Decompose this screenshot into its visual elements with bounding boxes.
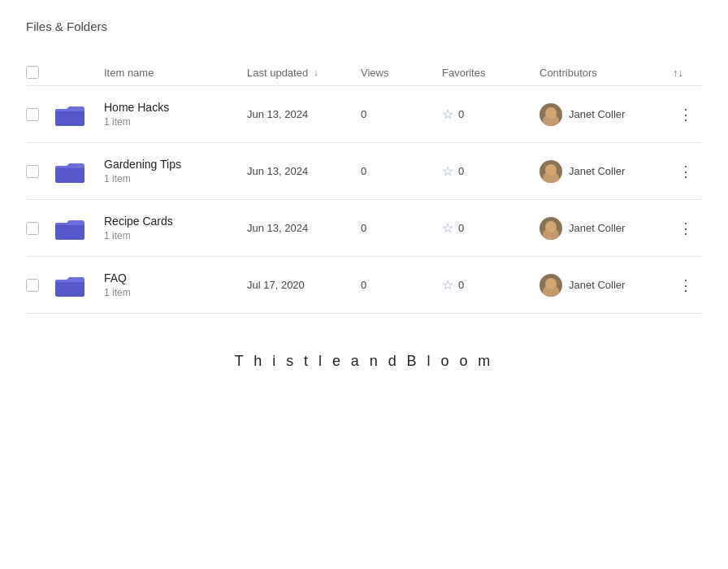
header-favorites: Favorites [442, 67, 540, 79]
avatar [540, 103, 562, 126]
row-more-button[interactable]: ⋮ [670, 163, 702, 180]
svg-rect-1 [55, 109, 84, 126]
row-item-info: FAQ 1 item [104, 271, 247, 298]
row-contributors: Janet Coller [540, 160, 670, 183]
row-item-info: Home Hacks 1 item [104, 101, 247, 128]
row-contributors: Janet Coller [540, 217, 670, 240]
row-contributors: Janet Coller [540, 274, 670, 297]
star-icon[interactable]: ☆ [442, 220, 453, 236]
row-favorites-count: 0 [458, 165, 464, 177]
avatar [540, 217, 562, 240]
star-icon[interactable]: ☆ [442, 277, 453, 293]
row-favorites[interactable]: ☆ 0 [442, 220, 540, 236]
star-icon[interactable]: ☆ [442, 106, 453, 122]
row-item-name: Home Hacks [104, 101, 247, 114]
folder-icon [55, 274, 84, 297]
row-last-updated: Jun 13, 2024 [247, 165, 361, 177]
row-item-name: Gardening Tips [104, 158, 247, 171]
row-views: 0 [361, 108, 442, 120]
header-item-name: Item name [104, 67, 247, 79]
row-item-info: Gardening Tips 1 item [104, 158, 247, 185]
row-folder-icon-cell [55, 274, 104, 297]
row-views: 0 [361, 279, 442, 291]
avatar [540, 274, 562, 297]
row-item-name: FAQ [104, 271, 247, 284]
row-checkbox-cell [26, 108, 55, 121]
sort-down-icon: ↓ [314, 67, 318, 77]
contributor-name: Janet Coller [569, 165, 625, 177]
contributor-name: Janet Coller [569, 222, 625, 234]
folder-icon [55, 103, 84, 126]
header-views: Views [361, 67, 442, 79]
page-container: Files & Folders Item name Last updated ↓… [0, 0, 728, 569]
row-checkbox[interactable] [26, 279, 39, 292]
select-all-checkbox[interactable] [26, 66, 39, 79]
table-row: Recipe Cards 1 item Jun 13, 2024 0 ☆ 0 J… [26, 200, 702, 257]
row-checkbox-cell [26, 222, 55, 235]
files-table: Item name Last updated ↓ Views Favorites… [26, 59, 702, 314]
header-checkbox-cell [26, 66, 55, 79]
row-folder-icon-cell [55, 160, 104, 183]
row-item-sub: 1 item [104, 173, 247, 185]
row-favorites[interactable]: ☆ 0 [442, 163, 540, 179]
folder-icon [55, 217, 84, 240]
row-contributors: Janet Coller [540, 103, 670, 126]
row-favorites[interactable]: ☆ 0 [442, 277, 540, 293]
table-header: Item name Last updated ↓ Views Favorites… [26, 59, 702, 86]
row-item-info: Recipe Cards 1 item [104, 215, 247, 241]
row-item-sub: 1 item [104, 230, 247, 241]
table-row: Gardening Tips 1 item Jun 13, 2024 0 ☆ 0… [26, 143, 702, 200]
row-checkbox-cell [26, 279, 55, 292]
row-more-button[interactable]: ⋮ [670, 276, 702, 294]
row-checkbox-cell [26, 165, 55, 178]
contributor-name: Janet Coller [569, 108, 625, 120]
svg-rect-7 [55, 280, 84, 297]
row-folder-icon-cell [55, 217, 104, 240]
row-checkbox[interactable] [26, 165, 39, 178]
table-body: Home Hacks 1 item Jun 13, 2024 0 ☆ 0 Jan… [26, 86, 702, 314]
row-last-updated: Jun 13, 2024 [247, 108, 361, 120]
table-row: FAQ 1 item Jul 17, 2020 0 ☆ 0 Janet Coll… [26, 257, 702, 314]
contributor-name: Janet Coller [569, 279, 625, 291]
row-favorites[interactable]: ☆ 0 [442, 106, 540, 122]
row-item-name: Recipe Cards [104, 215, 247, 228]
svg-rect-3 [55, 166, 84, 183]
row-views: 0 [361, 165, 442, 177]
row-folder-icon-cell [55, 103, 104, 126]
svg-rect-5 [55, 223, 84, 240]
row-favorites-count: 0 [458, 279, 464, 291]
row-item-sub: 1 item [104, 287, 247, 298]
row-more-button[interactable]: ⋮ [670, 106, 702, 124]
avatar [540, 160, 562, 183]
header-last-updated[interactable]: Last updated ↓ [247, 67, 361, 79]
header-sort-arrows[interactable]: ↑↓ [670, 67, 702, 79]
row-checkbox[interactable] [26, 108, 39, 121]
row-item-sub: 1 item [104, 116, 247, 128]
folder-icon [55, 160, 84, 183]
star-icon[interactable]: ☆ [442, 163, 453, 179]
header-contributors: Contributors [540, 67, 670, 79]
row-more-button[interactable]: ⋮ [670, 219, 702, 237]
row-checkbox[interactable] [26, 222, 39, 235]
row-views: 0 [361, 222, 442, 234]
footer-brand: T h i s t l e a n d B l o o m [26, 353, 702, 370]
table-row: Home Hacks 1 item Jun 13, 2024 0 ☆ 0 Jan… [26, 86, 702, 143]
sort-arrows-icon: ↑↓ [673, 67, 683, 79]
row-favorites-count: 0 [458, 108, 464, 120]
row-favorites-count: 0 [458, 222, 464, 234]
row-last-updated: Jul 17, 2020 [247, 279, 361, 291]
page-title: Files & Folders [26, 20, 702, 33]
row-last-updated: Jun 13, 2024 [247, 222, 361, 234]
